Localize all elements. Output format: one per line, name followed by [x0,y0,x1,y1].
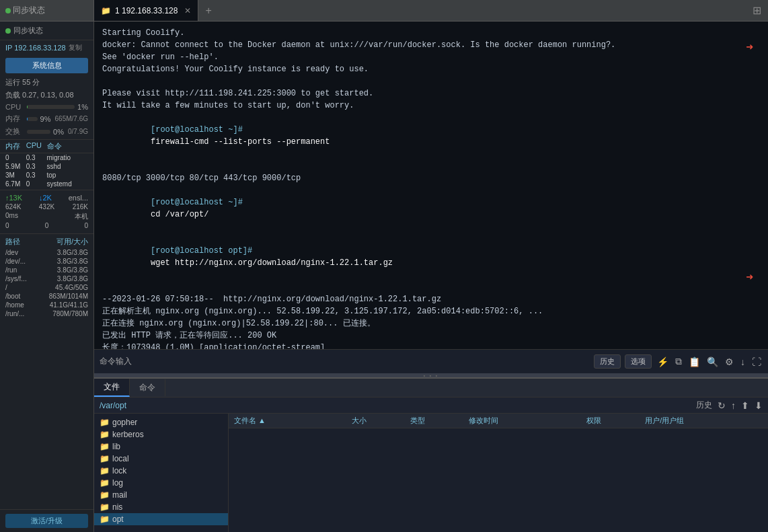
folder-icon: 📁 [100,430,110,439]
fm-col-modified: 修改时间 [469,416,586,426]
cpu-value: 1% [77,103,88,111]
process-row: 6.7M 0 systemd [0,180,93,188]
term-line: 长度：1073948 (1.0M) [application/octet-str… [102,342,760,349]
terminal-bottom-bar: 命令输入 历史 选项 ⚡ ⧉ 📋 🔍 ⚙ ↓ ⛶ [94,349,768,373]
net-zero-row: 000 [5,222,88,229]
tab-add-button[interactable]: + [198,0,218,21]
tree-item-kerberos[interactable]: 📁 kerberos [94,428,228,441]
tree-item-log[interactable]: 📁 log [94,477,228,489]
fm-refresh-btn[interactable]: ↻ [718,400,726,411]
fullscreen-icon-btn[interactable]: ⛶ [751,355,763,369]
file-manager-body: 📁 gopher 📁 kerberos 📁 lib 📁 local [94,414,768,532]
disk-path: /dev [5,249,18,256]
disk-row: / 45.4G/50G [5,283,88,292]
sysinfo-button[interactable]: 系统信息 [5,58,88,73]
tab-file[interactable]: 文件 [94,379,130,397]
term-line: docker: Cannot connect to the Docker dae… [102,39,760,51]
sidebar-sync-text: 同步状态 [13,26,43,36]
tree-item-opt[interactable]: 📁 opt [94,513,228,525]
cmd-input[interactable] [137,357,588,367]
top-bar-right: ⊞ [746,4,768,17]
fm-up-btn[interactable]: ↑ [731,400,736,411]
upgrade-button[interactable]: 激活/升级 [5,514,88,528]
net-val-1: 432K [39,203,54,211]
term-prompt: [root@localhost ~]# [151,125,247,135]
disk-path: /run [5,266,17,274]
history-button[interactable]: 历史 [594,354,621,369]
disk-path-label: 路径 [5,237,20,247]
tab-close-icon[interactable]: ✕ [184,6,191,15]
copy-icon-btn[interactable]: ⧉ [674,354,683,369]
tree-item-lock[interactable]: 📁 lock [94,465,228,477]
red-arrow-2: ➜ [746,269,753,287]
term-line: 已发出 HTTP 请求，正在等待回应... 200 OK [102,330,760,342]
settings-icon-btn[interactable]: ⚙ [724,355,735,369]
proc-mem: 6.7M [5,180,26,188]
tree-item-label: kerberos [112,430,144,439]
tree-item-label: nis [112,502,122,512]
tree-item-nis[interactable]: 📁 nis [94,501,228,513]
fm-current-path: /var/opt [100,401,691,410]
fm-download-btn[interactable]: ⬇ [755,400,763,411]
swap-size: 0/7.9G [68,128,88,135]
disk-size: 863M/1014M [49,293,88,300]
net-row: ↑13K ↓2K ensl... [5,193,88,202]
disk-path: /dev/... [5,258,26,265]
grid-icon[interactable]: ⊞ [753,4,761,17]
tree-item-label: gopher [112,418,137,427]
term-line: It will take a few minutes to start up, … [102,100,760,112]
file-manager: 文件 命令 /var/opt 历史 ↻ ↑ ⬆ ⬇ 📁 gopher 📁 [94,377,768,532]
download-icon-btn[interactable]: ↓ [739,355,746,369]
disk-path: /sys/f... [5,275,27,282]
paste-icon-btn[interactable]: 📋 [687,355,701,369]
tab-command[interactable]: 命令 [130,379,165,396]
tree-item-label: lib [112,442,120,451]
folder-icon: 📁 [100,515,110,524]
term-command: wget http://nginx.org/download/nginx-1.2… [151,258,393,268]
folder-icon: 📁 [100,502,110,512]
tab-item[interactable]: 📁 1 192.168.33.128 ✕ [94,0,198,21]
term-line: Congratulations! Your Coolify instance i… [102,63,760,75]
disk-row: /run 3.8G/3.8G [5,266,88,274]
term-prompt-line: [root@localhost ~]# firewall-cmd --list-… [102,112,760,172]
disk-size: 780M/780M [52,310,88,317]
process-table-header: 内存 CPU 命令 [0,139,93,153]
tree-item-lib[interactable]: 📁 lib [94,441,228,453]
main-layout: 同步状态 IP 192.168.33.128 复制 系统信息 运行 55 分 负… [0,22,768,532]
fm-upload-btn[interactable]: ⬆ [741,400,749,411]
term-line: 正在连接 nginx.org (nginx.org)|52.58.199.22|… [102,317,760,330]
fm-tree: 📁 gopher 📁 kerberos 📁 lib 📁 local [94,414,229,532]
term-command: cd /var/opt/ [151,210,208,219]
net-time-row: 0ms 本机 [5,211,88,222]
term-line: Starting Coolify. [102,27,760,39]
copy-ip-button[interactable]: 复制 [69,43,82,52]
tree-item-label: local [112,454,129,463]
term-line: 8080/tcp 3000/tcp 80/tcp 443/tcp 9000/tc… [102,172,760,184]
search-icon-btn[interactable]: 🔍 [705,355,720,369]
swap-label: 交换 [5,126,24,137]
tree-item-gopher[interactable]: 📁 gopher [94,416,228,428]
term-prompt: [root@localhost opt]# [151,246,257,256]
sidebar-bottom: 激活/升级 [0,509,93,532]
tree-item-label: log [112,478,123,488]
folder-icon: 📁 [100,454,110,463]
right-content: Starting Coolify. docker: Cannot connect… [94,22,768,532]
tab-title: 1 192.168.33.128 [115,6,178,15]
folder-icon: 📁 [100,478,110,488]
bolt-icon-btn[interactable]: ⚡ [656,355,670,369]
term-command: firewall-cmd --list-ports --permanent [151,137,330,147]
terminal-area[interactable]: Starting Coolify. docker: Cannot connect… [94,22,768,349]
net-down: ↓2K [39,194,52,202]
term-line: See 'docker run --help'. [102,51,760,63]
sync-label: 同步状态 [13,5,45,16]
fm-history-label[interactable]: 历史 [696,400,712,411]
disk-size: 3.8G/3.8G [57,275,88,282]
disk-size: 45.4G/50G [55,284,88,291]
tab-bar: 📁 1 192.168.33.128 ✕ + [94,0,746,21]
swap-pct: 0% [53,128,64,136]
tree-item-local[interactable]: 📁 local [94,453,228,465]
load-stat: 负载 0.27, 0.13, 0.08 [0,89,93,102]
tree-item-mail[interactable]: 📁 mail [94,489,228,501]
net-val-0: 624K [5,203,21,211]
options-button[interactable]: 选项 [625,354,652,369]
